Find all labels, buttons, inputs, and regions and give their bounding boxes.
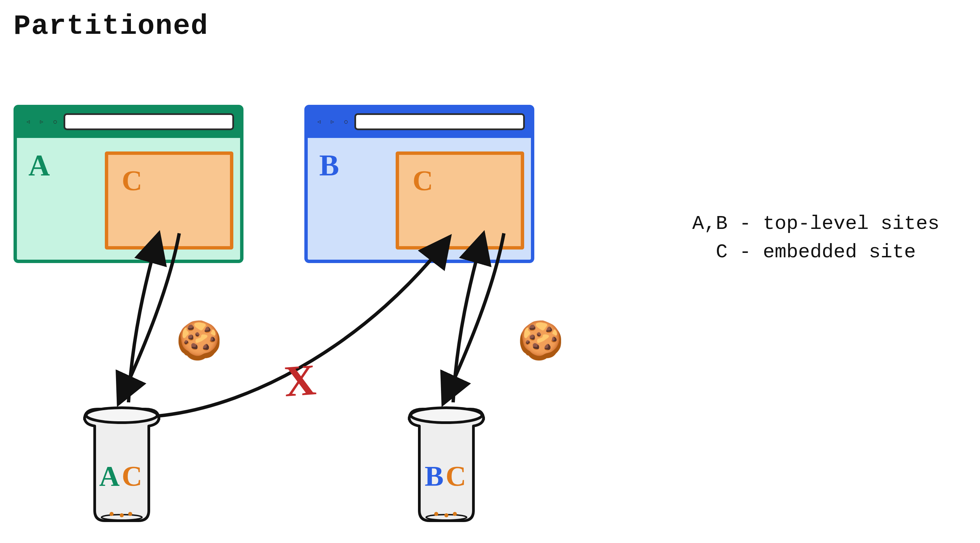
jar-partition-top: A bbox=[99, 460, 122, 492]
cookie-jar-ac: AC bbox=[71, 399, 172, 527]
embedded-iframe-c-in-a: C bbox=[105, 151, 233, 249]
jar-partition-embed: C bbox=[122, 460, 145, 492]
diagram-title: Partitioned bbox=[14, 10, 208, 42]
svg-point-4 bbox=[128, 512, 132, 516]
browser-content-b: B C bbox=[304, 138, 534, 263]
reload-icon: ◯ bbox=[50, 117, 60, 127]
svg-point-0 bbox=[86, 408, 157, 422]
browser-window-b: ◁ ▷ ◯ B C bbox=[304, 105, 534, 260]
reload-icon: ◯ bbox=[341, 117, 351, 127]
svg-point-2 bbox=[110, 512, 114, 516]
back-icon: ◁ bbox=[314, 117, 324, 127]
cookie-jar-bc: BC bbox=[396, 399, 497, 527]
svg-point-9 bbox=[453, 512, 457, 516]
site-b-label: B bbox=[319, 148, 339, 182]
jar-partition-embed: C bbox=[446, 460, 468, 492]
iframe-c-label: C bbox=[412, 164, 433, 197]
svg-point-8 bbox=[444, 513, 449, 517]
svg-point-7 bbox=[434, 512, 438, 516]
browser-chrome-a: ◁ ▷ ◯ bbox=[14, 105, 243, 138]
svg-point-3 bbox=[120, 513, 124, 517]
legend: A,B - top-level sites C - embedded site bbox=[692, 210, 939, 267]
cookie-jar-ac-label: AC bbox=[71, 460, 172, 493]
address-bar bbox=[355, 113, 525, 130]
cookie-icon: 🍪 bbox=[517, 325, 564, 362]
browser-chrome-b: ◁ ▷ ◯ bbox=[304, 105, 534, 138]
legend-line-1: A,B - top-level sites bbox=[692, 210, 939, 238]
legend-line-2: C - embedded site bbox=[692, 238, 939, 267]
iframe-c-label: C bbox=[122, 164, 142, 197]
site-a-label: A bbox=[29, 148, 50, 182]
diagram-canvas: Partitioned ◁ ▷ ◯ A C ◁ ▷ ◯ B C bbox=[0, 0, 980, 543]
forward-icon: ▷ bbox=[37, 117, 47, 127]
forward-icon: ▷ bbox=[327, 117, 337, 127]
jar-partition-top: B bbox=[425, 460, 446, 492]
address-bar bbox=[64, 113, 234, 130]
embedded-iframe-c-in-b: C bbox=[396, 151, 524, 249]
svg-point-5 bbox=[411, 408, 482, 422]
back-icon: ◁ bbox=[23, 117, 33, 127]
browser-content-a: A C bbox=[14, 138, 243, 263]
cookie-icon: 🍪 bbox=[176, 325, 222, 362]
cookie-jar-bc-label: BC bbox=[396, 460, 497, 493]
browser-window-a: ◁ ▷ ◯ A C bbox=[14, 105, 243, 260]
blocked-x-icon: X bbox=[282, 354, 318, 407]
